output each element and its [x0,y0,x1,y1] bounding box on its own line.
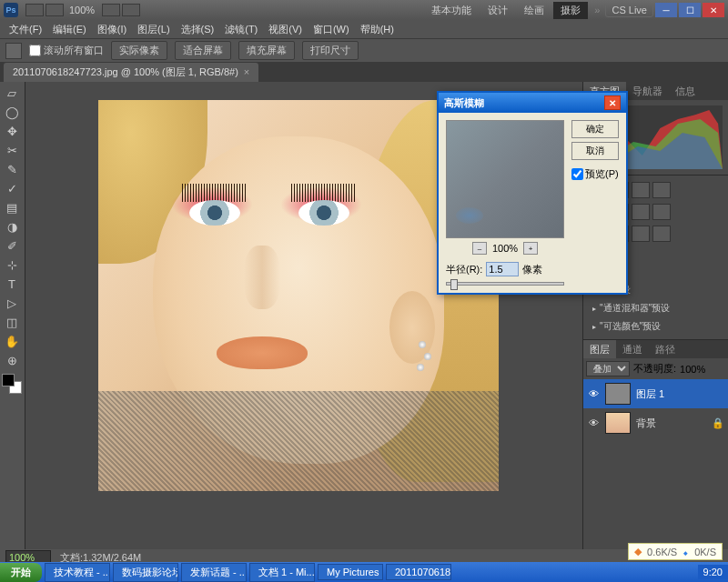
gradient-tool[interactable]: ⊹ [2,256,22,274]
preset-item[interactable]: "可选颜色"预设 [587,317,724,336]
workspace-basic[interactable]: 基本功能 [424,2,479,19]
radius-unit: 像素 [522,263,542,276]
opacity-label: 不透明度: [633,362,676,376]
bridge-icon[interactable] [25,4,44,16]
titlebar: Ps 100% 基本功能 设计 绘画 摄影 » CS Live ─ ☐ ✕ [0,0,728,20]
marquee-tool[interactable]: ◯ [2,103,22,121]
dialog-titlebar[interactable]: 高斯模糊 ✕ [439,93,626,113]
tab-paths[interactable]: 路径 [649,340,682,358]
adj-curves-icon[interactable] [632,182,650,198]
close-button[interactable]: ✕ [703,3,724,17]
zoom-tool[interactable]: ⊕ [2,351,22,369]
close-tab-icon[interactable]: × [244,66,249,77]
view-extras-icon[interactable] [102,4,120,16]
menubar: 文件(F) 编辑(E) 图像(I) 图层(L) 选择(S) 滤镜(T) 视图(V… [0,20,728,38]
hand-tool-icon[interactable] [5,43,22,59]
workspace-photo[interactable]: 摄影 [553,2,588,19]
menu-select[interactable]: 选择(S) [176,21,220,38]
clock: 9:20 [703,567,723,577]
blur-preview[interactable] [446,120,564,238]
dialog-title: 高斯模糊 [444,96,484,110]
layer-thumb [605,383,631,405]
tab-layers[interactable]: 图层 [583,340,616,358]
preset-item[interactable]: "通道混和器"预设 [587,299,724,317]
brush-tool[interactable]: ▤ [2,198,22,216]
print-size-button[interactable]: 打印尺寸 [302,41,359,60]
workspace-more-icon[interactable]: » [594,5,600,15]
workspace-design[interactable]: 设计 [480,2,515,19]
eyedropper-tool[interactable]: ✎ [2,160,22,178]
visibility-icon[interactable]: 👁 [587,387,600,400]
menu-window[interactable]: 窗口(W) [308,21,355,38]
menu-edit[interactable]: 编辑(E) [47,21,92,38]
lock-icon: 🔒 [712,417,724,429]
task-item[interactable]: 文档 1 - Mi... [249,563,315,582]
document-tab[interactable]: 2011070618247723.jpg @ 100% (图层 1, RGB/8… [4,63,258,82]
blend-mode-select[interactable]: 叠加 [586,361,630,376]
adj-selcol-icon[interactable] [652,226,671,242]
menu-layer[interactable]: 图层(L) [132,21,175,38]
menu-view[interactable]: 视图(V) [263,21,308,38]
adj-photo-icon[interactable] [652,204,671,220]
app-logo: Ps [4,3,18,17]
zoom-out-button[interactable]: – [472,242,487,255]
tab-info[interactable]: 信息 [669,82,702,100]
gaussian-blur-dialog: 高斯模糊 ✕ – 100% + 半径(R): 像素 确定 取消 预览(P) [437,91,628,295]
layer-row[interactable]: 👁 背景 🔒 [583,408,728,437]
healing-tool[interactable]: ✓ [2,179,22,197]
task-item[interactable]: 发新话题 - ... [181,563,247,582]
screen-mode-icon[interactable] [122,4,140,16]
document-tabs: 2011070618247723.jpg @ 100% (图层 1, RGB/8… [0,62,728,82]
minimize-button[interactable]: ─ [655,3,677,17]
radius-label: 半径(R): [446,263,482,276]
cancel-button[interactable]: 取消 [571,142,619,160]
menu-help[interactable]: 帮助(H) [355,21,399,38]
color-swatch[interactable] [2,374,22,394]
task-item[interactable]: My Pictures [318,564,383,580]
adj-thresh-icon[interactable] [632,226,650,242]
radius-input[interactable] [486,262,519,276]
opacity-value[interactable]: 100% [680,364,705,375]
actual-pixels-button[interactable]: 实际像素 [111,41,167,60]
tab-navigator[interactable]: 导航器 [626,82,669,100]
minibridge-icon[interactable] [46,4,64,16]
menu-file[interactable]: 文件(F) [4,21,47,38]
type-tool[interactable]: T [2,275,22,293]
adj-bw-icon[interactable] [632,204,650,220]
layer-thumb [605,412,631,434]
stamp-tool[interactable]: ◑ [2,217,22,236]
scroll-all-checkbox[interactable]: 滚动所有窗口 [29,44,104,57]
downspeed: 0.6K/S [647,547,677,557]
cslive-button[interactable]: CS Live [605,3,653,17]
zoom-in-button[interactable]: + [523,242,538,255]
document-tab-label: 2011070618247723.jpg @ 100% (图层 1, RGB/8… [13,65,238,79]
tab-channels[interactable]: 通道 [616,340,649,358]
radius-slider[interactable] [446,282,564,286]
workspace-paint[interactable]: 绘画 [517,2,551,19]
zoom-label[interactable]: 100% [69,5,95,15]
layer-row[interactable]: 👁 图层 1 [583,379,728,408]
eraser-tool[interactable]: ✐ [2,236,22,255]
preview-checkbox[interactable]: 预览(P) [571,167,619,181]
hand-tool[interactable]: ✋ [2,332,22,350]
adj-exposure-icon[interactable] [652,182,671,198]
task-item[interactable]: 数码摄影论坛... [113,563,178,582]
system-tray[interactable]: 9:20 [698,565,728,579]
start-button[interactable]: 开始 [0,563,42,582]
task-item[interactable]: 技术教程 - ... [45,563,110,582]
dialog-close-icon[interactable]: ✕ [604,95,621,110]
shape-tool[interactable]: ◫ [2,313,22,331]
task-item[interactable]: 20110706182... [386,564,451,580]
maximize-button[interactable]: ☐ [679,3,701,17]
menu-image[interactable]: 图像(I) [92,21,132,38]
move-tool[interactable]: ▱ [2,84,22,102]
menu-filter[interactable]: 滤镜(T) [219,21,263,38]
crop-tool[interactable]: ✂ [2,141,22,159]
fit-screen-button[interactable]: 适合屏幕 [175,41,231,60]
visibility-icon[interactable]: 👁 [587,416,600,429]
pen-tool[interactable]: ▷ [2,294,22,312]
fill-screen-button[interactable]: 填充屏幕 [238,41,295,60]
lasso-tool[interactable]: ✥ [2,122,22,140]
ok-button[interactable]: 确定 [571,120,619,138]
zoom-value: 100% [492,243,518,254]
